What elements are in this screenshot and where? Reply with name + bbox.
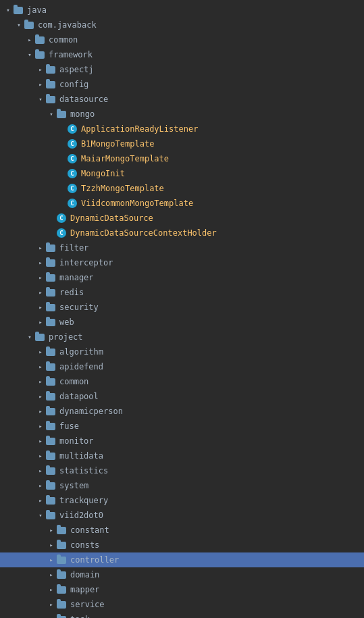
tree-item-MaiarMongoTemplate[interactable]: CMaiarMongoTemplate	[0, 151, 364, 166]
tree-arrow-com.javaback[interactable]	[14, 20, 24, 30]
tree-arrow-framework[interactable]	[24, 49, 35, 60]
tree-item-ViidcommonMongoTemplate[interactable]: CViidcommonMongoTemplate	[0, 196, 364, 211]
tree-arrow-filter[interactable]	[35, 242, 46, 253]
tree-item-common[interactable]: common	[0, 32, 364, 47]
folder-icon	[46, 391, 57, 402]
tree-item-constant[interactable]: constant	[0, 523, 364, 538]
folder-icon	[35, 332, 46, 342]
tree-label-service: service	[70, 600, 105, 609]
tree-item-DynamicDataSource[interactable]: CDynamicDataSource	[0, 211, 364, 226]
tree-item-MongoInit[interactable]: CMongoInit	[0, 166, 364, 181]
tree-label-manager: manager	[59, 273, 94, 282]
folder-icon	[24, 20, 35, 30]
tree-arrow-apidefend[interactable]	[35, 361, 46, 372]
tree-arrow-algorithm[interactable]	[35, 346, 46, 357]
folder-icon	[14, 5, 24, 16]
tree-item-datasource[interactable]: datasource	[0, 92, 364, 107]
tree-arrow-mongo[interactable]	[46, 109, 57, 120]
tree-item-domain[interactable]: domain	[0, 567, 364, 582]
tree-arrow-mapper[interactable]	[46, 584, 57, 595]
tree-item-system[interactable]: system	[0, 478, 364, 493]
tree-item-project[interactable]: project	[0, 330, 364, 344]
tree-label-fuse: fuse	[59, 421, 79, 431]
tree-item-fuse[interactable]: fuse	[0, 419, 364, 434]
tree-item-viid2dot0[interactable]: viid2dot0	[0, 508, 364, 523]
tree-item-algorithm[interactable]: algorithm	[0, 344, 364, 359]
folder-icon	[46, 406, 57, 417]
tree-item-apidefend[interactable]: apidefend	[0, 359, 364, 374]
tree-item-interceptor[interactable]: interceptor	[0, 255, 364, 270]
tree-item-TzzhMongoTemplate[interactable]: CTzzhMongoTemplate	[0, 181, 364, 196]
folder-icon	[57, 555, 68, 565]
tree-arrow-controller[interactable]	[46, 555, 57, 565]
tree-label-multidata: multidata	[59, 451, 103, 461]
tree-item-multidata[interactable]: multidata	[0, 448, 364, 463]
tree-arrow-viid2dot0[interactable]	[35, 510, 46, 521]
tree-item-B1MongoTemplate[interactable]: CB1MongoTemplate	[0, 136, 364, 151]
tree-arrow-project[interactable]	[24, 332, 35, 342]
tree-item-statistics[interactable]: statistics	[0, 463, 364, 478]
tree-item-filter[interactable]: filter	[0, 240, 364, 255]
tree-arrow-java[interactable]	[3, 5, 14, 16]
tree-item-task[interactable]: task	[0, 612, 364, 618]
tree-item-web[interactable]: web	[0, 315, 364, 330]
tree-item-datapool[interactable]: datapool	[0, 389, 364, 404]
tree-arrow-service[interactable]	[46, 599, 57, 610]
tree-item-com.javaback[interactable]: com.javaback	[0, 18, 364, 32]
tree-item-service[interactable]: service	[0, 597, 364, 612]
tree-arrow-redis[interactable]	[35, 287, 46, 298]
tree-item-config[interactable]: config	[0, 77, 364, 92]
tree-item-framework[interactable]: framework	[0, 47, 364, 62]
tree-item-consts[interactable]: consts	[0, 538, 364, 552]
tree-item-ApplicationReadyListener[interactable]: CApplicationReadyListener	[0, 122, 364, 136]
tree-item-mongo[interactable]: mongo	[0, 107, 364, 122]
tree-arrow-constant[interactable]	[46, 525, 57, 536]
tree-label-statistics: statistics	[59, 466, 108, 475]
tree-item-trackquery[interactable]: trackquery	[0, 493, 364, 508]
tree-arrow-fuse[interactable]	[35, 421, 46, 432]
folder-icon	[57, 540, 68, 550]
tree-label-java: java	[27, 5, 47, 15]
tree-arrow-datasource[interactable]	[35, 94, 46, 105]
tree-arrow-consts[interactable]	[46, 540, 57, 550]
tree-arrow-common[interactable]	[24, 34, 35, 45]
tree-item-aspectj[interactable]: aspectj	[0, 62, 364, 77]
tree-arrow-manager[interactable]	[35, 272, 46, 283]
tree-label-dynamicperson: dynamicperson	[59, 407, 123, 416]
tree-arrow-dynamicperson[interactable]	[35, 406, 46, 417]
tree-arrow-statistics[interactable]	[35, 465, 46, 476]
tree-item-manager[interactable]: manager	[0, 270, 364, 285]
tree-item-security[interactable]: security	[0, 300, 364, 315]
tree-arrow-system[interactable]	[35, 480, 46, 491]
tree-label-config: config	[59, 80, 88, 89]
tree-arrow-multidata[interactable]	[35, 450, 46, 461]
folder-icon	[57, 569, 68, 580]
tree-arrow-common2[interactable]	[35, 376, 46, 387]
class-icon: C	[68, 198, 78, 209]
tree-arrow-security[interactable]	[35, 302, 46, 313]
tree-arrow-task[interactable]	[46, 614, 57, 618]
tree-arrow-config[interactable]	[35, 79, 46, 90]
tree-label-filter: filter	[59, 243, 88, 253]
tree-arrow-aspectj[interactable]	[35, 64, 46, 75]
tree-label-aspectj: aspectj	[59, 65, 94, 74]
tree-item-DynamicDataSourceContextHolder[interactable]: CDynamicDataSourceContextHolder	[0, 226, 364, 240]
tree-item-controller[interactable]: controller	[0, 552, 364, 567]
tree-item-monitor[interactable]: monitor	[0, 434, 364, 448]
tree-item-mapper[interactable]: mapper	[0, 582, 364, 597]
tree-item-redis[interactable]: redis	[0, 285, 364, 300]
tree-arrow-web[interactable]	[35, 317, 46, 328]
tree-label-common: common	[49, 35, 78, 45]
tree-arrow-interceptor[interactable]	[35, 257, 46, 268]
tree-item-dynamicperson[interactable]: dynamicperson	[0, 404, 364, 419]
folder-icon	[57, 109, 68, 120]
tree-arrow-datapool[interactable]	[35, 391, 46, 402]
tree-label-framework: framework	[49, 50, 93, 59]
tree-item-common2[interactable]: common	[0, 374, 364, 389]
tree-arrow-trackquery[interactable]	[35, 495, 46, 506]
tree-item-java[interactable]: java	[0, 3, 364, 18]
tree-arrow-domain[interactable]	[46, 569, 57, 580]
tree-arrow-monitor[interactable]	[35, 436, 46, 446]
tree-label-common2: common	[59, 377, 88, 386]
tree-label-datasource: datasource	[59, 95, 108, 104]
